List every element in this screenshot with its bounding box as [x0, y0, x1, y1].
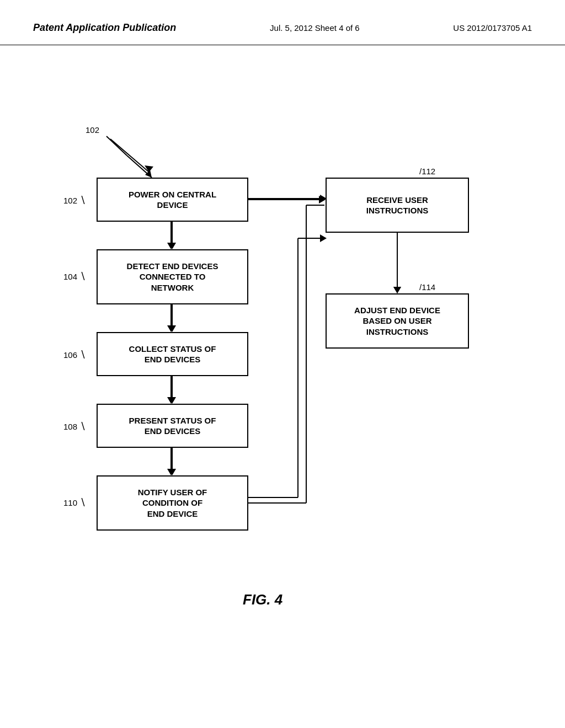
label-114: /114	[419, 282, 435, 292]
svg-marker-15	[393, 287, 401, 293]
svg-marker-5	[167, 325, 175, 332]
box-104: DETECT END DEVICESCONNECTED TONETWORK	[97, 249, 248, 304]
label-110: 110 ∖	[63, 496, 86, 508]
box-110: NOTIFY USER OFCONDITION OFEND DEVICE	[97, 475, 248, 531]
box-102: POWER ON CENTRALDEVICE	[97, 178, 248, 222]
header-date-sheet: Jul. 5, 2012 Sheet 4 of 6	[270, 23, 360, 33]
box-108: PRESENT STATUS OFEND DEVICES	[97, 404, 248, 448]
label-108: 108 ∖	[63, 420, 86, 432]
label-102: 102 ∖	[63, 194, 86, 206]
diagram-area: 102 POWER ON CENTRALDEVICE 102 ∖ DETECT …	[0, 45, 565, 696]
header-patent-number: US 2012/0173705 A1	[453, 23, 532, 33]
svg-marker-7	[167, 397, 175, 404]
page-header: Patent Application Publication Jul. 5, 2…	[0, 0, 565, 45]
label-100: 102	[86, 125, 99, 135]
svg-marker-3	[167, 243, 175, 249]
label-112: /112	[419, 167, 435, 176]
svg-marker-13	[320, 234, 327, 242]
label-106: 106 ∖	[63, 349, 86, 361]
box-114: ADJUST END DEVICEBASED ON USERINSTRUCTIO…	[326, 293, 469, 349]
svg-marker-9	[167, 469, 175, 475]
header-publication-type: Patent Application Publication	[33, 22, 176, 34]
box-106: COLLECT STATUS OFEND DEVICES	[97, 332, 248, 376]
svg-line-0	[110, 139, 149, 172]
figure-label: FIG. 4	[243, 591, 282, 608]
box-112: RECEIVE USERINSTRUCTIONS	[326, 178, 469, 233]
label-104: 104 ∖	[63, 270, 86, 282]
